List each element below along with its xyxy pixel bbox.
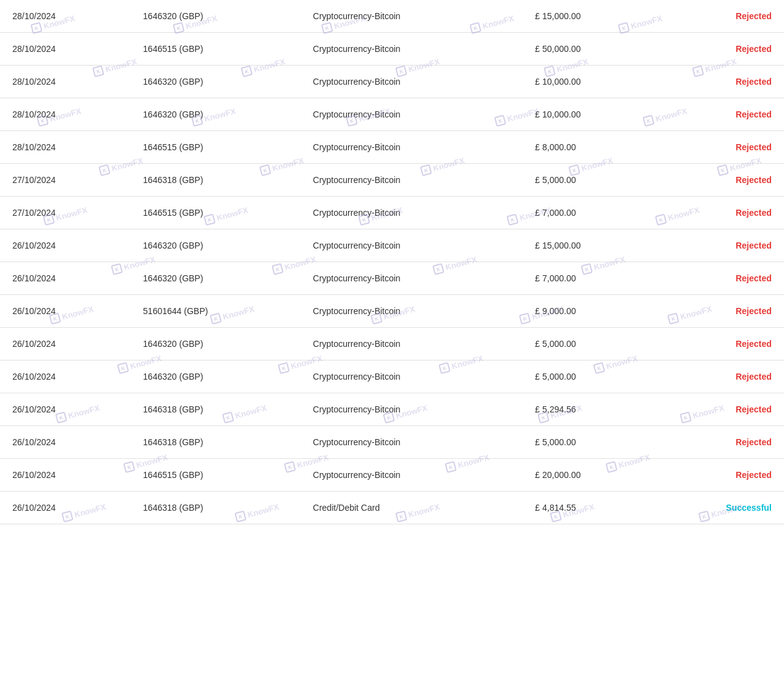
row-status: Rejected xyxy=(667,426,784,459)
row-account: 1646515 (GBP) xyxy=(130,197,300,229)
row-method: Cryptocurrency-Bitcoin xyxy=(300,393,522,426)
row-date: 26/10/2024 xyxy=(0,361,130,393)
table-row: 26/10/2024 51601644 (GBP) Cryptocurrency… xyxy=(0,295,784,328)
row-amount: £ 4,814.55 xyxy=(522,492,666,524)
row-date: 28/10/2024 xyxy=(0,0,130,33)
row-account: 1646320 (GBP) xyxy=(130,229,300,262)
table-row: 28/10/2024 1646320 (GBP) Cryptocurrency-… xyxy=(0,98,784,131)
row-date: 26/10/2024 xyxy=(0,492,130,524)
table-row: 26/10/2024 1646318 (GBP) Cryptocurrency-… xyxy=(0,426,784,459)
row-amount: £ 10,000.00 xyxy=(522,98,666,131)
row-account: 1646515 (GBP) xyxy=(130,459,300,492)
transactions-table-container: KKnowFX KKnowFX KKnowFX KKnowFX KKnowFX … xyxy=(0,0,784,524)
row-method: Cryptocurrency-Bitcoin xyxy=(300,131,522,164)
row-status: Rejected xyxy=(667,229,784,262)
row-method: Cryptocurrency-Bitcoin xyxy=(300,0,522,33)
row-amount: £ 9,000.00 xyxy=(522,295,666,328)
row-status: Rejected xyxy=(667,393,784,426)
row-status: Rejected xyxy=(667,459,784,492)
row-amount: £ 5,294.56 xyxy=(522,393,666,426)
row-method: Cryptocurrency-Bitcoin xyxy=(300,459,522,492)
row-account: 1646318 (GBP) xyxy=(130,426,300,459)
row-amount: £ 10,000.00 xyxy=(522,66,666,98)
row-amount: £ 7,000.00 xyxy=(522,262,666,295)
row-method: Cryptocurrency-Bitcoin xyxy=(300,426,522,459)
row-amount: £ 7,000.00 xyxy=(522,197,666,229)
row-amount: £ 15,000.00 xyxy=(522,0,666,33)
row-method: Cryptocurrency-Bitcoin xyxy=(300,295,522,328)
row-status: Rejected xyxy=(667,361,784,393)
row-date: 26/10/2024 xyxy=(0,328,130,361)
row-method: Cryptocurrency-Bitcoin xyxy=(300,98,522,131)
row-date: 26/10/2024 xyxy=(0,426,130,459)
table-row: 27/10/2024 1646515 (GBP) Cryptocurrency-… xyxy=(0,197,784,229)
row-status: Rejected xyxy=(667,33,784,66)
row-account: 1646320 (GBP) xyxy=(130,0,300,33)
table-row: 26/10/2024 1646320 (GBP) Cryptocurrency-… xyxy=(0,262,784,295)
table-row: 28/10/2024 1646320 (GBP) Cryptocurrency-… xyxy=(0,0,784,33)
row-date: 28/10/2024 xyxy=(0,66,130,98)
table-row: 26/10/2024 1646320 (GBP) Cryptocurrency-… xyxy=(0,361,784,393)
row-method: Cryptocurrency-Bitcoin xyxy=(300,164,522,197)
row-amount: £ 8,000.00 xyxy=(522,131,666,164)
row-amount: £ 5,000.00 xyxy=(522,164,666,197)
row-status: Rejected xyxy=(667,262,784,295)
row-date: 26/10/2024 xyxy=(0,295,130,328)
row-account: 1646318 (GBP) xyxy=(130,492,300,524)
row-account: 51601644 (GBP) xyxy=(130,295,300,328)
row-method: Cryptocurrency-Bitcoin xyxy=(300,328,522,361)
table-row: 28/10/2024 1646320 (GBP) Cryptocurrency-… xyxy=(0,66,784,98)
row-status: Rejected xyxy=(667,0,784,33)
row-method: Cryptocurrency-Bitcoin xyxy=(300,66,522,98)
table-row: 26/10/2024 1646318 (GBP) Credit/Debit Ca… xyxy=(0,492,784,524)
row-date: 26/10/2024 xyxy=(0,229,130,262)
row-date: 26/10/2024 xyxy=(0,393,130,426)
row-account: 1646320 (GBP) xyxy=(130,66,300,98)
row-date: 27/10/2024 xyxy=(0,164,130,197)
row-amount: £ 15,000.00 xyxy=(522,229,666,262)
row-account: 1646320 (GBP) xyxy=(130,361,300,393)
table-row: 26/10/2024 1646515 (GBP) Cryptocurrency-… xyxy=(0,459,784,492)
row-method: Credit/Debit Card xyxy=(300,492,522,524)
row-amount: £ 5,000.00 xyxy=(522,426,666,459)
table-row: 26/10/2024 1646320 (GBP) Cryptocurrency-… xyxy=(0,229,784,262)
row-account: 1646515 (GBP) xyxy=(130,131,300,164)
row-method: Cryptocurrency-Bitcoin xyxy=(300,361,522,393)
table-row: 26/10/2024 1646318 (GBP) Cryptocurrency-… xyxy=(0,393,784,426)
row-method: Cryptocurrency-Bitcoin xyxy=(300,262,522,295)
row-status: Rejected xyxy=(667,131,784,164)
row-account: 1646515 (GBP) xyxy=(130,33,300,66)
transactions-table: 28/10/2024 1646320 (GBP) Cryptocurrency-… xyxy=(0,0,784,524)
row-account: 1646318 (GBP) xyxy=(130,393,300,426)
row-amount: £ 50,000.00 xyxy=(522,33,666,66)
row-amount: £ 5,000.00 xyxy=(522,328,666,361)
row-status: Rejected xyxy=(667,164,784,197)
row-date: 28/10/2024 xyxy=(0,33,130,66)
row-status: Rejected xyxy=(667,66,784,98)
table-row: 27/10/2024 1646318 (GBP) Cryptocurrency-… xyxy=(0,164,784,197)
row-status: Successful xyxy=(667,492,784,524)
table-row: 28/10/2024 1646515 (GBP) Cryptocurrency-… xyxy=(0,33,784,66)
table-row: 26/10/2024 1646320 (GBP) Cryptocurrency-… xyxy=(0,328,784,361)
row-account: 1646320 (GBP) xyxy=(130,262,300,295)
row-account: 1646320 (GBP) xyxy=(130,328,300,361)
row-account: 1646318 (GBP) xyxy=(130,164,300,197)
row-method: Cryptocurrency-Bitcoin xyxy=(300,229,522,262)
row-date: 27/10/2024 xyxy=(0,197,130,229)
row-status: Rejected xyxy=(667,295,784,328)
row-status: Rejected xyxy=(667,328,784,361)
row-date: 26/10/2024 xyxy=(0,262,130,295)
row-status: Rejected xyxy=(667,197,784,229)
row-method: Cryptocurrency-Bitcoin xyxy=(300,197,522,229)
row-account: 1646320 (GBP) xyxy=(130,98,300,131)
row-amount: £ 5,000.00 xyxy=(522,361,666,393)
row-date: 28/10/2024 xyxy=(0,131,130,164)
row-date: 26/10/2024 xyxy=(0,459,130,492)
row-amount: £ 20,000.00 xyxy=(522,459,666,492)
row-method: Cryptocurrency-Bitcoin xyxy=(300,33,522,66)
table-row: 28/10/2024 1646515 (GBP) Cryptocurrency-… xyxy=(0,131,784,164)
row-status: Rejected xyxy=(667,98,784,131)
row-date: 28/10/2024 xyxy=(0,98,130,131)
